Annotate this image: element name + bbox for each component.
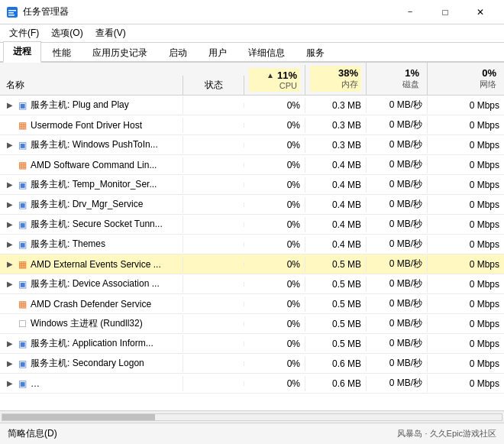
row-disk: 0 MB/秒 — [367, 176, 428, 193]
tab-bar: 进程 性能 应用历史记录 启动 用户 详细信息 服务 — [0, 43, 504, 63]
maximize-button[interactable]: □ — [428, 0, 463, 24]
row-net: 0 Mbps — [428, 217, 504, 232]
menu-options[interactable]: 选项(O) — [45, 25, 89, 41]
row-process-name: ▶ ▣ 服务主机: Secondary Logon — [0, 355, 183, 372]
expand-icon[interactable]: ▶ — [6, 380, 14, 387]
col-header-disk[interactable]: 1% 磁盘 — [367, 63, 428, 95]
table-row[interactable]: ▶ ▣ 服务主机: Device Association ... 0% 0.5 … — [0, 274, 504, 294]
row-status — [183, 282, 244, 287]
process-icon: ▦ — [17, 299, 27, 310]
col-header-mem[interactable]: 38% 内存 — [305, 63, 367, 95]
col-header-cpu[interactable]: ▲ 11% CPU — [244, 65, 305, 95]
process-icon: ▣ — [17, 239, 27, 250]
table-row[interactable]: ☐ Windows 主进程 (Rundll32) 0% 0.5 MB 0 MB/… — [0, 314, 504, 334]
row-status — [183, 123, 244, 128]
table-row[interactable]: ▦ AMD Software Command Lin... 0% 0.4 MB … — [0, 155, 504, 175]
row-net: 0 Mbps — [428, 197, 504, 212]
row-process-name: ☐ Windows 主进程 (Rundll32) — [0, 315, 183, 332]
table-row[interactable]: ▶ ▣ 服务主机: Secondary Logon 0% 0.6 MB 0 MB… — [0, 354, 504, 374]
row-status — [183, 262, 244, 267]
process-name-text: Windows 主进程 (Rundll32) — [31, 317, 143, 330]
row-mem: 0.5 MB — [305, 297, 367, 312]
expand-icon[interactable]: ▶ — [6, 280, 14, 288]
title-bar-left: 任务管理器 — [6, 5, 69, 18]
tab-users[interactable]: 用户 — [199, 43, 237, 63]
process-name-text: AMD Software Command Lin... — [31, 160, 157, 170]
minimize-button[interactable]: － — [393, 0, 428, 24]
process-table-body[interactable]: ▶ ▣ 服务主机: Plug and Play 0% 0.3 MB 0 MB/秒… — [0, 96, 504, 410]
row-status — [183, 203, 244, 207]
process-icon: ☐ — [17, 319, 27, 329]
expand-icon[interactable]: ▶ — [6, 141, 14, 149]
tab-services[interactable]: 服务 — [296, 43, 334, 63]
expand-icon[interactable]: ▶ — [6, 340, 14, 348]
table-header: 名称 状态 ▲ 11% CPU 38% 内存 1% 磁盘 — [0, 63, 504, 96]
row-cpu: 0% — [244, 217, 305, 232]
row-process-name: ▶ ▣ 服务主机: Windows PushToIn... — [0, 136, 183, 154]
tab-startup[interactable]: 启动 — [159, 43, 197, 63]
col-header-name[interactable]: 名称 — [0, 76, 183, 95]
horizontal-scrollbar[interactable] — [0, 410, 504, 423]
process-icon: ▣ — [17, 199, 27, 210]
table-row[interactable]: ▦ Usermode Font Driver Host 0% 0.3 MB 0 … — [0, 115, 504, 135]
tab-details[interactable]: 详细信息 — [238, 43, 295, 63]
row-cpu: 0% — [244, 157, 305, 173]
process-name-text: Usermode Font Driver Host — [31, 120, 142, 131]
table-row[interactable]: ▶ ▣ … 0% 0.6 MB 0 MB/秒 0 Mbps — [0, 374, 504, 394]
row-cpu: 0% — [244, 336, 305, 352]
menu-file[interactable]: 文件(F) — [3, 25, 45, 41]
table-row[interactable]: ▶ ▣ 服务主机: Drv_Mgr_Service 0% 0.4 MB 0 MB… — [0, 195, 504, 215]
table-row[interactable]: ▶ ▣ 服务主机: Plug and Play 0% 0.3 MB 0 MB/秒… — [0, 96, 504, 115]
expand-icon[interactable]: ▶ — [6, 261, 14, 268]
table-row[interactable]: ▶ ▣ 服务主机: Themes 0% 0.4 MB 0 MB/秒 0 Mbps — [0, 235, 504, 254]
process-icon: ▣ — [17, 140, 27, 151]
row-net: 0 Mbps — [428, 336, 504, 352]
menu-view[interactable]: 查看(V) — [89, 25, 132, 41]
col-header-status[interactable]: 状态 — [183, 76, 244, 95]
row-mem: 0.6 MB — [305, 376, 367, 391]
process-name-text: 服务主机: Device Association ... — [31, 277, 160, 290]
tab-app-history[interactable]: 应用历史记录 — [82, 43, 157, 63]
row-cpu: 0% — [244, 177, 305, 193]
title-bar-controls: － □ ✕ — [393, 0, 498, 24]
tab-processes[interactable]: 进程 — [3, 41, 41, 63]
row-disk: 0 MB/秒 — [367, 235, 428, 253]
h-scroll-track[interactable] — [2, 413, 502, 421]
expand-icon[interactable]: ▶ — [6, 241, 14, 248]
expand-icon[interactable]: ▶ — [6, 102, 14, 109]
row-disk: 0 MB/秒 — [367, 295, 428, 313]
svg-rect-2 — [8, 12, 14, 14]
row-disk: 0 MB/秒 — [367, 96, 428, 114]
close-button[interactable]: ✕ — [463, 0, 498, 24]
status-bar: 简略信息(D) 风暴岛 · 久久Epic游戏社区 — [0, 423, 504, 444]
status-watermark: 风暴岛 · 久久Epic游戏社区 — [397, 428, 496, 439]
row-process-name: ▶ ▣ 服务主机: Secure Socket Tunn... — [0, 216, 183, 233]
col-header-net[interactable]: 0% 网络 — [428, 63, 504, 95]
tab-performance[interactable]: 性能 — [43, 43, 81, 63]
row-status — [183, 361, 244, 366]
table-row[interactable]: ▶ ▣ 服务主机: Temp_Monitor_Ser... 0% 0.4 MB … — [0, 175, 504, 195]
expand-icon[interactable]: ▶ — [6, 181, 14, 189]
title-bar: 任务管理器 － □ ✕ — [0, 0, 504, 24]
process-icon: ▣ — [17, 378, 27, 389]
table-row[interactable]: ▶ ▣ 服务主机: Secure Socket Tunn... 0% 0.4 M… — [0, 215, 504, 235]
table-row[interactable]: ▶ ▦ AMD External Events Service ... 0% 0… — [0, 254, 504, 274]
row-net: 0 Mbps — [428, 177, 504, 193]
expand-icon[interactable]: ▶ — [6, 221, 14, 228]
row-disk: 0 MB/秒 — [367, 136, 428, 154]
row-net: 0 Mbps — [428, 257, 504, 272]
table-row[interactable]: ▶ ▣ 服务主机: Windows PushToIn... 0% 0.3 MB … — [0, 135, 504, 155]
table-row[interactable]: ▦ AMD Crash Defender Service 0% 0.5 MB 0… — [0, 294, 504, 314]
app-icon — [6, 6, 18, 18]
row-net: 0 Mbps — [428, 138, 504, 153]
h-scroll-thumb[interactable] — [2, 414, 155, 420]
expand-icon[interactable]: ▶ — [6, 201, 14, 209]
row-net: 0 Mbps — [428, 98, 504, 113]
row-mem: 0.4 MB — [305, 237, 367, 252]
table-row[interactable]: ▶ ▣ 服务主机: Application Inform... 0% 0.5 M… — [0, 334, 504, 354]
row-net: 0 Mbps — [428, 157, 504, 173]
expand-icon[interactable]: ▶ — [6, 360, 14, 368]
svg-rect-3 — [8, 15, 15, 16]
row-disk: 0 MB/秒 — [367, 196, 428, 213]
status-brief-info[interactable]: 简略信息(D) — [8, 427, 57, 440]
